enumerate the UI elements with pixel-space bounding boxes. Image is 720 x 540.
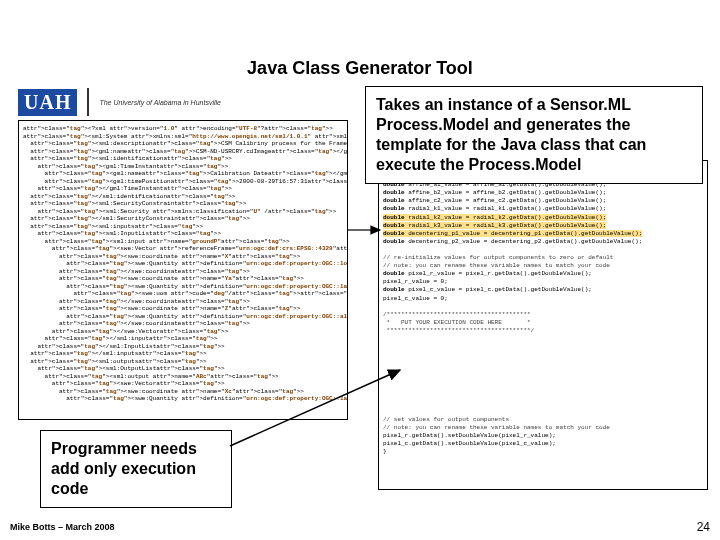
uah-logo: UAH The University of Alabama in Huntsvi… (18, 88, 221, 116)
logo-text: The University of Alabama in Huntsville (95, 99, 221, 106)
callout-description: Takes an instance of a Sensor.ML Process… (365, 86, 703, 184)
xml-source-panel: attr">class="tag"><?xml attr">version="1… (18, 120, 348, 420)
slide-title: Java Class Generator Tool (0, 58, 720, 79)
logo-mark: UAH (18, 89, 77, 116)
java-source-panel: double af_fine_b1_value = af_fine_bi.get… (378, 160, 708, 490)
slide: Java Class Generator Tool UAH The Univer… (0, 0, 720, 540)
callout-programmer: Programmer needs add only execution code (40, 430, 232, 508)
footer-text: Mike Botts – March 2008 (10, 522, 115, 532)
logo-separator (87, 88, 89, 116)
page-number: 24 (697, 520, 710, 534)
